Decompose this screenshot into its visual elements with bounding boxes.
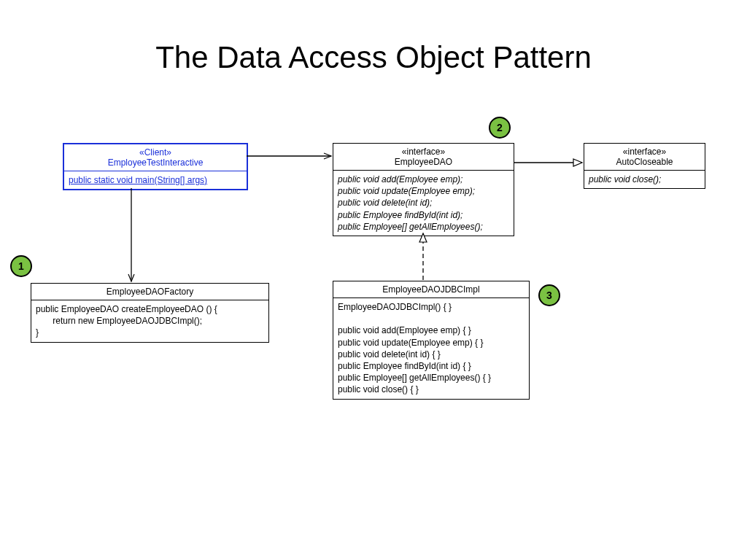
uml-connectors bbox=[0, 0, 747, 560]
slide-title: The Data Access Object Pattern bbox=[0, 40, 747, 75]
class-name: EmployeeDAO bbox=[338, 157, 509, 167]
class-name: EmployeeTestInteractive bbox=[69, 158, 242, 168]
annotation-badge-1: 1 bbox=[10, 255, 32, 277]
stereotype-label: «interface» bbox=[589, 147, 700, 157]
uml-class-employee-dao-jdbc-impl: EmployeeDAOJDBCImpl EmployeeDAOJDBCImpl(… bbox=[333, 281, 530, 400]
uml-class-employee-dao-factory: EmployeeDAOFactory public EmployeeDAO cr… bbox=[31, 283, 269, 343]
annotation-badge-3: 3 bbox=[538, 284, 560, 306]
annotation-badge-2: 2 bbox=[489, 117, 511, 139]
stereotype-label: «Client» bbox=[69, 147, 242, 158]
class-name: EmployeeDAOFactory bbox=[36, 287, 264, 297]
uml-interface-autocloseable: «interface» AutoCloseable public void cl… bbox=[584, 143, 705, 189]
class-body: public static void main(String[] args) bbox=[64, 171, 247, 189]
class-body: public void close(); bbox=[584, 170, 705, 188]
class-name: EmployeeDAOJDBCImpl bbox=[338, 284, 525, 295]
class-name: AutoCloseable bbox=[589, 157, 700, 167]
uml-interface-employee-dao: «interface» EmployeeDAO public void add(… bbox=[333, 143, 514, 236]
class-body: public EmployeeDAO createEmployeeDAO () … bbox=[31, 300, 268, 342]
stereotype-label: «interface» bbox=[338, 147, 509, 157]
class-body: public void add(Employee emp); public vo… bbox=[333, 170, 514, 236]
class-body: EmployeeDAOJDBCImpl() { } public void ad… bbox=[333, 298, 529, 399]
uml-class-client: «Client» EmployeeTestInteractive public … bbox=[63, 143, 248, 190]
